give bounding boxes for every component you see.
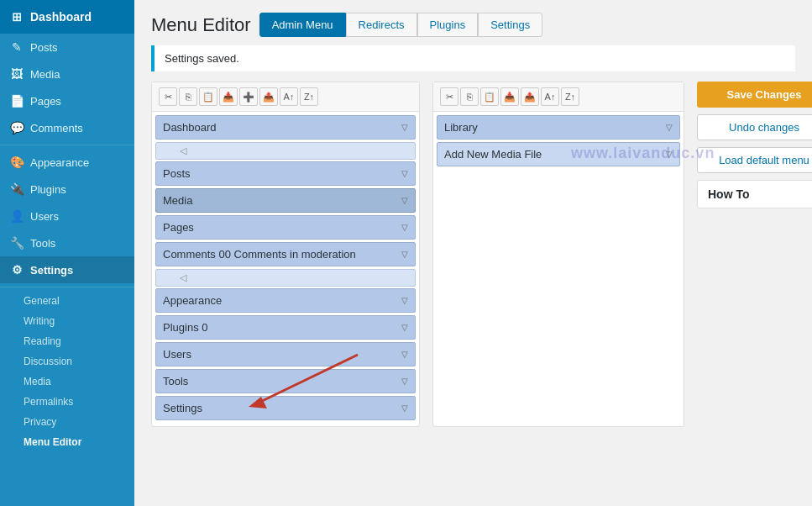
plugins-icon: 🔌 [10, 182, 24, 196]
toolbar-add[interactable]: ➕ [239, 87, 258, 106]
toolbar-export[interactable]: 📤 [259, 87, 278, 106]
chevron-down-icon: ▽ [401, 250, 408, 259]
toolbar-cut-r[interactable]: ✂ [440, 87, 458, 106]
sidebar-sub-media[interactable]: Media [0, 372, 134, 392]
sidebar-item-comments[interactable]: 💬 Comments [0, 114, 134, 141]
tab-redirects[interactable]: Redirects [346, 13, 417, 37]
undo-changes-button[interactable]: Undo changes [697, 114, 812, 140]
chevron-down-icon: ▽ [401, 350, 408, 359]
right-menu-items: Library ▽ Add New Media File ▽ [433, 112, 684, 172]
chevron-down-icon: ▽ [401, 403, 408, 413]
chevron-down-icon: ▽ [401, 123, 408, 132]
menu-item-add-new-media[interactable]: Add New Media File ▽ [437, 142, 680, 166]
menu-item-appearance[interactable]: Appearance ▽ [155, 288, 416, 313]
sidebar-item-dashboard[interactable]: ⊞ Dashboard [0, 0, 134, 34]
toolbar-import[interactable]: 📥 [219, 87, 238, 106]
comments-icon: 💬 [10, 121, 24, 134]
toolbar-export-r[interactable]: 📤 [521, 87, 539, 106]
actions-panel: Save Changes Undo changes Load default m… [697, 82, 812, 427]
chevron-down-icon: ▽ [401, 296, 408, 305]
toolbar-copy[interactable]: ⎘ [179, 87, 197, 106]
how-to-box: How To [697, 180, 812, 208]
left-menu-panel: ✂ ⎘ 📋 📥 ➕ 📤 A↑ Z↑ Dashboard ▽ ◁ Posts [151, 82, 420, 427]
toolbar-cut[interactable]: ✂ [159, 87, 177, 106]
menu-item-collapsed-1: ◁ [155, 142, 416, 160]
sidebar-item-posts[interactable]: ✎ Posts [0, 34, 134, 61]
divider-2 [0, 287, 134, 287]
chevron-down-icon: ▽ [666, 150, 673, 159]
how-to-title: How To [708, 187, 812, 201]
sidebar-item-users[interactable]: 👤 Users [0, 203, 134, 229]
page-header: Menu Editor Admin Menu Redirects Plugins… [151, 13, 795, 37]
menu-item-media[interactable]: Media ▽ [155, 188, 416, 213]
sidebar-item-plugins[interactable]: 🔌 Plugins [0, 176, 134, 203]
toolbar-sort-za[interactable]: Z↑ [300, 87, 318, 106]
menu-item-collapsed-2: ◁ [155, 269, 416, 287]
save-changes-button[interactable]: Save Changes [697, 82, 812, 108]
sidebar-sub-menu-editor[interactable]: Menu Editor ← [0, 432, 134, 452]
dashboard-icon: ⊞ [10, 10, 24, 24]
sidebar-sub-writing[interactable]: Writing [0, 311, 134, 331]
toolbar-import-r[interactable]: 📥 [500, 87, 519, 106]
sidebar-sub-privacy[interactable]: Privacy [0, 412, 134, 432]
sidebar-sub-discussion[interactable]: Discussion [0, 351, 134, 372]
sidebar-sub-permalinks[interactable]: Permalinks [0, 392, 134, 412]
menu-item-tools[interactable]: Tools ▽ [155, 369, 416, 393]
right-menu-panel: ✂ ⎘ 📋 📥 📤 A↑ Z↑ Library ▽ Add New Media … [432, 82, 684, 427]
posts-icon: ✎ [10, 40, 24, 54]
page-title: Menu Editor [151, 14, 251, 36]
toolbar-copy-r[interactable]: ⎘ [460, 87, 479, 106]
menu-item-pages[interactable]: Pages ▽ [155, 215, 416, 240]
left-menu-items: Dashboard ▽ ◁ Posts ▽ Media ▽ Pages ▽ [152, 112, 419, 426]
tab-plugins[interactable]: Plugins [417, 13, 479, 37]
menu-item-comments[interactable]: Comments 00 Comments in moderation ▽ [155, 242, 416, 266]
sidebar-item-pages[interactable]: 📄 Pages [0, 87, 134, 114]
chevron-down-icon: ▽ [401, 169, 408, 178]
chevron-down-icon: ▽ [401, 323, 408, 332]
settings-notice: Settings saved. [151, 45, 795, 71]
left-toolbar: ✂ ⎘ 📋 📥 ➕ 📤 A↑ Z↑ [152, 82, 419, 112]
chevron-down-icon: ▽ [666, 123, 673, 132]
chevron-down-icon: ▽ [401, 223, 408, 232]
menu-item-dashboard[interactable]: Dashboard ▽ [155, 115, 416, 140]
tab-bar: Admin Menu Redirects Plugins Settings [259, 13, 543, 37]
media-icon: 🖼 [10, 67, 24, 81]
sidebar-item-media[interactable]: 🖼 Media [0, 61, 134, 87]
chevron-down-icon: ▽ [401, 377, 408, 386]
sidebar-sub-general[interactable]: General [0, 291, 134, 311]
right-toolbar: ✂ ⎘ 📋 📥 📤 A↑ Z↑ [433, 82, 684, 112]
appearance-icon: 🎨 [10, 155, 24, 169]
pages-icon: 📄 [10, 94, 24, 108]
chevron-down-icon: ▽ [401, 196, 408, 205]
tab-admin-menu[interactable]: Admin Menu [259, 13, 346, 37]
users-icon: 👤 [10, 209, 24, 223]
toolbar-paste-r[interactable]: 📋 [480, 87, 499, 106]
content-row: ✂ ⎘ 📋 📥 ➕ 📤 A↑ Z↑ Dashboard ▽ ◁ Posts [151, 82, 795, 427]
menu-item-users[interactable]: Users ▽ [155, 342, 416, 366]
menu-item-settings[interactable]: Settings ▽ [155, 396, 416, 420]
tools-icon: 🔧 [10, 236, 24, 250]
sidebar-item-settings[interactable]: ⚙ Settings [0, 256, 134, 283]
divider-1 [0, 145, 134, 145]
toolbar-paste[interactable]: 📋 [199, 87, 217, 106]
toolbar-sort-za-r[interactable]: Z↑ [561, 87, 579, 106]
sidebar-sub-reading[interactable]: Reading [0, 331, 134, 351]
load-default-menu-button[interactable]: Load default menu [697, 147, 812, 173]
toolbar-sort-az[interactable]: A↑ [280, 87, 298, 106]
sidebar-item-tools[interactable]: 🔧 Tools [0, 229, 134, 256]
toolbar-sort-az-r[interactable]: A↑ [541, 87, 559, 106]
settings-icon: ⚙ [10, 263, 24, 277]
menu-item-plugins[interactable]: Plugins 0 ▽ [155, 315, 416, 340]
menu-item-library[interactable]: Library ▽ [437, 115, 680, 140]
tab-settings[interactable]: Settings [478, 13, 542, 37]
sidebar-item-appearance[interactable]: 🎨 Appearance [0, 149, 134, 176]
menu-item-posts[interactable]: Posts ▽ [155, 161, 416, 186]
